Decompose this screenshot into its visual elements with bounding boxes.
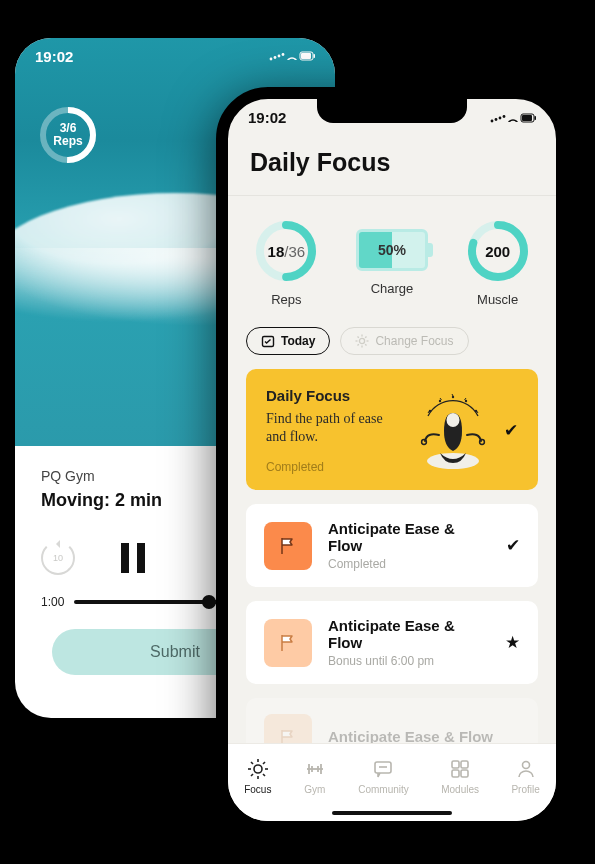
chip-change-focus[interactable]: Change Focus: [340, 327, 468, 355]
charge-label: Charge: [371, 281, 414, 296]
chip-today[interactable]: Today: [246, 327, 330, 355]
svg-point-37: [422, 439, 427, 444]
reps-total: /36: [284, 243, 305, 260]
tab-community[interactable]: Community: [358, 758, 409, 795]
item-sub: Bonus until 6:00 pm: [328, 654, 489, 668]
chat-icon: [372, 758, 394, 780]
svg-rect-57: [452, 770, 459, 777]
reps-progress-ring: 3/6 Reps: [39, 106, 97, 164]
stat-muscle[interactable]: 200 Muscle: [467, 220, 529, 307]
svg-line-45: [263, 774, 265, 776]
tab-label: Gym: [304, 784, 325, 795]
tab-profile[interactable]: Profile: [511, 758, 539, 795]
rewind-seconds: 10: [53, 553, 63, 563]
track-thumb[interactable]: [202, 595, 216, 609]
tab-label: Profile: [511, 784, 539, 795]
reps-word: Reps: [53, 135, 82, 148]
svg-point-39: [254, 765, 262, 773]
check-icon: ✔: [506, 535, 520, 556]
tab-focus[interactable]: Focus: [244, 758, 271, 795]
svg-point-1: [274, 56, 277, 59]
tab-label: Community: [358, 784, 409, 795]
svg-point-38: [480, 439, 485, 444]
status-time: 19:02: [248, 109, 286, 126]
svg-point-11: [499, 116, 502, 119]
muscle-label: Muscle: [477, 292, 518, 307]
svg-point-21: [360, 338, 365, 343]
daily-focus-card[interactable]: Daily Focus Find the path of ease and fl…: [246, 369, 538, 490]
chips-row: Today Change Focus: [228, 317, 556, 369]
person-icon: [515, 758, 537, 780]
check-icon: ✔: [504, 420, 518, 441]
pause-button[interactable]: [121, 543, 145, 573]
status-icons: [269, 48, 315, 65]
tab-modules[interactable]: Modules: [441, 758, 479, 795]
svg-rect-15: [535, 116, 537, 120]
charge-value: 50%: [378, 242, 406, 258]
phone-front-focus: 19:02 Daily Focus 18/36 Reps: [216, 87, 568, 833]
reps-label: Reps: [271, 292, 301, 307]
svg-rect-56: [461, 761, 468, 768]
home-indicator[interactable]: [332, 811, 452, 815]
svg-line-47: [251, 774, 253, 776]
chip-change-label: Change Focus: [375, 334, 453, 348]
focus-card-status: Completed: [266, 460, 402, 474]
status-icons: [490, 112, 536, 124]
meditation-illustration-icon: [408, 391, 498, 471]
item-sub: Completed: [328, 557, 490, 571]
calendar-check-icon: [261, 334, 275, 348]
sun-icon: [247, 758, 269, 780]
svg-point-33: [465, 399, 467, 401]
tab-label: Focus: [244, 784, 271, 795]
svg-line-28: [366, 337, 367, 338]
svg-line-26: [358, 337, 359, 338]
stats-row: 18/36 Reps 50% Charge 200 Muscle: [228, 196, 556, 317]
list-item[interactable]: Anticipate Ease & Flow Bonus until 6:00 …: [246, 601, 538, 684]
sun-icon: [355, 334, 369, 348]
item-title: Anticipate Ease & Flow: [328, 520, 490, 554]
svg-point-32: [452, 395, 454, 397]
svg-line-46: [263, 762, 265, 764]
svg-rect-14: [522, 115, 532, 121]
star-icon: ★: [505, 632, 520, 653]
svg-line-44: [251, 762, 253, 764]
focus-card-body: Find the path of ease and flow.: [266, 410, 402, 446]
cards-list: Daily Focus Find the path of ease and fl…: [228, 369, 556, 778]
page-title: Daily Focus: [228, 126, 556, 196]
svg-point-12: [503, 115, 506, 118]
svg-point-36: [447, 413, 460, 427]
rewind-10-button[interactable]: 10: [41, 541, 75, 575]
chip-today-label: Today: [281, 334, 315, 348]
svg-line-29: [358, 344, 359, 345]
dumbbell-icon: [304, 758, 326, 780]
svg-rect-6: [314, 54, 316, 58]
notch: [317, 99, 467, 123]
muscle-value: 200: [485, 243, 510, 260]
flag-icon: [264, 619, 312, 667]
stat-charge[interactable]: 50% Charge: [356, 220, 428, 296]
elapsed-time: 1:00: [41, 595, 64, 609]
charge-battery-icon: 50%: [356, 229, 428, 271]
flag-icon: [264, 522, 312, 570]
svg-point-59: [522, 762, 529, 769]
svg-point-3: [282, 53, 285, 56]
grid-icon: [449, 758, 471, 780]
stat-reps[interactable]: 18/36 Reps: [255, 220, 317, 307]
status-bar-back: 19:02: [35, 48, 315, 65]
status-time: 19:02: [35, 48, 73, 65]
item-title: Anticipate Ease & Flow: [328, 617, 489, 651]
svg-point-31: [439, 399, 441, 401]
reps-current: 18: [268, 243, 285, 260]
svg-rect-5: [301, 53, 311, 59]
tab-label: Modules: [441, 784, 479, 795]
tab-gym[interactable]: Gym: [304, 758, 326, 795]
svg-point-9: [491, 119, 494, 122]
svg-line-27: [366, 344, 367, 345]
svg-rect-58: [461, 770, 468, 777]
svg-point-2: [278, 55, 281, 58]
list-item[interactable]: Anticipate Ease & Flow Completed ✔: [246, 504, 538, 587]
tab-bar: Focus Gym Community Modules Profile: [228, 743, 556, 821]
svg-rect-55: [452, 761, 459, 768]
focus-card-title: Daily Focus: [266, 387, 402, 404]
svg-point-0: [270, 58, 273, 61]
